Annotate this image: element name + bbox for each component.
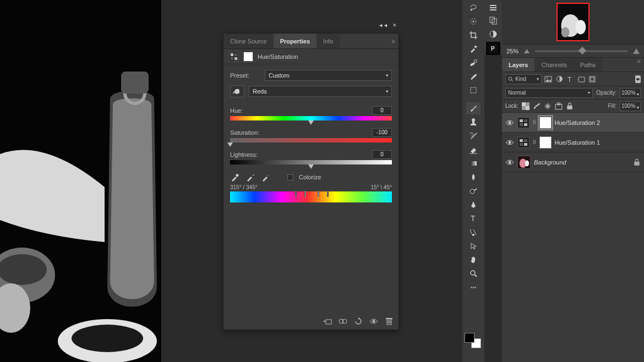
eyedropper-tool[interactable] — [466, 43, 481, 55]
patch-tool[interactable] — [466, 84, 481, 96]
trash-icon[interactable] — [384, 316, 394, 326]
navigator-thumbnail[interactable] — [556, 3, 590, 41]
svg-text:T: T — [567, 76, 572, 83]
layer-name[interactable]: Background — [534, 159, 630, 166]
stamp-tool[interactable] — [466, 116, 481, 128]
slider-thumb[interactable] — [308, 120, 314, 125]
hue-slider[interactable] — [230, 116, 392, 120]
hand-tool[interactable] — [466, 254, 481, 266]
filter-pixel-icon[interactable] — [544, 75, 553, 84]
channel-select[interactable]: Reds▾ — [249, 86, 392, 97]
zoom-tool[interactable] — [466, 267, 481, 279]
svg-rect-31 — [471, 124, 476, 125]
lock-transparent-icon[interactable] — [522, 102, 530, 110]
saturation-slider[interactable] — [230, 138, 392, 142]
panel-collapse-icon[interactable]: ◄◄ — [378, 23, 388, 28]
healing-brush-tool[interactable] — [466, 57, 481, 69]
reset-icon[interactable] — [353, 316, 363, 326]
filter-smart-icon[interactable] — [588, 75, 597, 84]
view-previous-icon[interactable] — [338, 316, 348, 326]
svg-text:T: T — [471, 214, 476, 223]
filter-adjust-icon[interactable] — [555, 75, 564, 84]
properties-footer — [323, 316, 394, 326]
slider-thumb[interactable] — [308, 164, 314, 169]
history-brush-tool[interactable] — [466, 130, 481, 142]
layer-name[interactable]: Hue/Saturation 1 — [555, 139, 641, 146]
eyedropper-icon[interactable] — [230, 172, 240, 182]
filter-toggle[interactable] — [635, 75, 641, 83]
layer-mask-thumbnail[interactable] — [539, 117, 552, 129]
slider-thumb[interactable] — [578, 46, 586, 54]
layer-row[interactable]: Background — [502, 152, 644, 172]
zoom-value[interactable]: 25% — [506, 48, 519, 54]
tab-paths[interactable]: Paths — [574, 58, 602, 72]
adjustment-mask-icon[interactable] — [243, 52, 253, 62]
blend-mode-select[interactable]: Normal▾ — [505, 88, 593, 98]
eyedropper-add-icon[interactable]: + — [245, 172, 255, 182]
tool-presets-icon[interactable]: ••• — [466, 281, 481, 293]
eyedropper-subtract-icon[interactable]: - — [261, 172, 271, 182]
slider-thumb[interactable] — [227, 142, 233, 147]
direct-select-tool[interactable] — [466, 240, 481, 252]
panel-icon-clonesrc[interactable] — [486, 15, 500, 26]
tab-info[interactable]: Info — [316, 34, 340, 48]
panel-menu-icon[interactable]: ≡ — [392, 38, 395, 45]
brush-tool-alt[interactable] — [466, 70, 481, 83]
pen-tool[interactable] — [466, 199, 481, 211]
tab-clone-source[interactable]: Clone Source — [223, 34, 274, 48]
visibility-icon[interactable] — [505, 138, 514, 147]
gradient-tool[interactable] — [466, 157, 481, 169]
lock-all-icon[interactable] — [566, 102, 574, 110]
quick-select-tool[interactable] — [466, 15, 481, 28]
lock-position-icon[interactable] — [544, 102, 552, 110]
lightness-slider[interactable] — [230, 160, 392, 164]
tab-properties[interactable]: Properties — [274, 34, 316, 48]
tab-channels[interactable]: Channels — [534, 58, 573, 72]
layer-row[interactable]: 8 Hue/Saturation 1 — [502, 133, 644, 152]
panel-icon-active[interactable]: P — [486, 42, 500, 55]
saturation-value[interactable]: -100 — [372, 128, 392, 137]
crop-tool[interactable] — [466, 29, 481, 41]
lasso-tool[interactable] — [466, 2, 481, 14]
filter-type-icon[interactable]: T — [566, 75, 575, 84]
blur-tool[interactable] — [466, 171, 481, 183]
foreground-color-swatch[interactable] — [465, 333, 474, 343]
foreground-background-color[interactable] — [465, 333, 481, 348]
panel-icon-properties[interactable] — [486, 2, 500, 13]
saturation-label: Saturation: — [230, 129, 372, 136]
fill-input[interactable]: 100%▾ — [620, 101, 641, 111]
targeted-adjust-button[interactable] — [230, 85, 244, 97]
layer-mask-thumbnail[interactable] — [539, 136, 552, 149]
dodge-tool[interactable] — [466, 185, 481, 197]
zoom-in-icon[interactable] — [633, 48, 640, 54]
panel-close-icon[interactable]: ✕ — [392, 23, 397, 28]
hue-value[interactable]: 0 — [372, 106, 392, 115]
panel-icon-adjust[interactable] — [486, 29, 500, 40]
tab-layers[interactable]: Layers — [502, 58, 534, 72]
colorize-checkbox[interactable] — [287, 174, 293, 180]
visibility-icon[interactable] — [369, 316, 379, 326]
layer-name[interactable]: Hue/Saturation 2 — [555, 119, 641, 126]
clip-to-layer-icon[interactable] — [323, 316, 332, 326]
color-range-strip[interactable] — [230, 191, 392, 197]
layer-filter-select[interactable]: Kind▾ — [505, 74, 542, 84]
lock-nest-icon[interactable] — [555, 102, 563, 110]
path-select-tool[interactable] — [466, 226, 481, 238]
type-tool[interactable]: T — [466, 212, 481, 224]
svg-rect-15 — [326, 320, 331, 324]
layer-thumbnail[interactable] — [517, 156, 531, 169]
preset-select[interactable]: Custom▾ — [265, 70, 392, 81]
brush-tool[interactable] — [466, 102, 481, 114]
panel-menu-icon[interactable]: ≡ — [637, 58, 641, 72]
visibility-icon[interactable] — [505, 118, 514, 127]
visibility-icon[interactable] — [505, 158, 514, 167]
opacity-input[interactable]: 100%▾ — [620, 88, 641, 98]
document-canvas[interactable] — [0, 0, 161, 362]
layer-row[interactable]: 8 Hue/Saturation 2 — [502, 113, 644, 133]
zoom-out-icon[interactable] — [524, 49, 530, 53]
zoom-slider[interactable] — [535, 50, 627, 52]
eraser-tool[interactable] — [466, 144, 481, 156]
lightness-value[interactable]: 0 — [372, 150, 392, 159]
filter-shape-icon[interactable] — [577, 75, 586, 84]
lock-image-icon[interactable] — [533, 102, 541, 110]
